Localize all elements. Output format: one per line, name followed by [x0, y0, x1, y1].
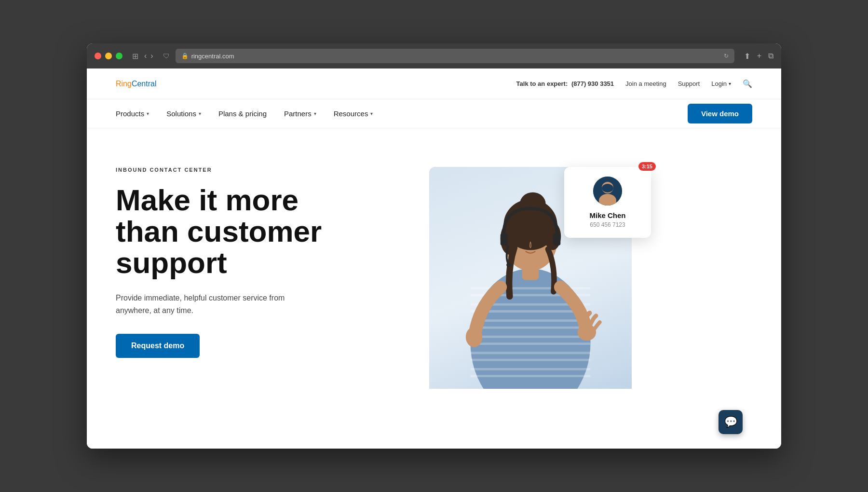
refresh-icon[interactable]: ↻	[724, 53, 729, 59]
svg-rect-23	[553, 233, 560, 246]
partners-chevron-icon: ▾	[314, 111, 316, 116]
nav-item-resources[interactable]: Resources ▾	[334, 109, 373, 118]
sidebar-icon[interactable]: ⊞	[132, 52, 138, 61]
top-bar: RingCentral Talk to an expert: (877) 930…	[87, 68, 781, 99]
lock-icon: 🔒	[181, 53, 189, 59]
call-timer: 3:15	[638, 162, 656, 171]
share-icon[interactable]: ⬆	[744, 52, 750, 61]
top-nav-right: Talk to an expert: (877) 930 3351 Join a…	[516, 79, 752, 88]
hero-subtext: Provide immediate, helpful customer serv…	[116, 292, 309, 316]
hero-eyebrow: INBOUND CONTACT CENTER	[116, 167, 347, 173]
nav-buttons: ‹ ›	[144, 52, 153, 60]
request-demo-button[interactable]: Request demo	[116, 334, 200, 358]
call-card: 3:15 Mike Chen 650 456 7123	[564, 167, 651, 238]
expert-contact: Talk to an expert: (877) 930 3351	[516, 80, 614, 87]
browser-window: ⊞ ‹ › 🛡 🔒 ringcentral.com ↻ ⬆ + ⧉ RingCe…	[87, 43, 781, 449]
hero-right: 3:15 Mike Chen 650 456 7123	[347, 157, 752, 449]
svg-point-21	[535, 237, 542, 243]
expert-phone[interactable]: (877) 930 3351	[571, 80, 614, 87]
resources-chevron-icon: ▾	[370, 111, 373, 116]
main-nav: Products ▾ Solutions ▾ Plans & pricing P…	[87, 99, 781, 128]
nav-item-products[interactable]: Products ▾	[116, 109, 149, 118]
traffic-lights	[95, 53, 122, 59]
svg-point-29	[602, 184, 613, 192]
tabs-icon[interactable]: ⧉	[768, 52, 773, 61]
browser-chrome: ⊞ ‹ › 🛡 🔒 ringcentral.com ↻ ⬆ + ⧉	[87, 43, 781, 68]
logo[interactable]: RingCentral	[116, 80, 156, 88]
address-bar[interactable]: 🔒 ringcentral.com ↻	[176, 49, 734, 63]
search-icon[interactable]: 🔍	[743, 79, 752, 88]
maximize-button[interactable]	[116, 53, 122, 59]
chat-icon: 💬	[724, 416, 737, 428]
chat-button[interactable]: 💬	[719, 410, 743, 434]
view-demo-button[interactable]: View demo	[688, 104, 752, 123]
svg-point-20	[518, 237, 526, 243]
svg-point-26	[578, 324, 596, 341]
hero-section: INBOUND CONTACT CENTER Make it more than…	[87, 128, 781, 449]
close-button[interactable]	[95, 53, 101, 59]
hero-heading: Make it more than customer support	[116, 184, 347, 278]
caller-name: Mike Chen	[574, 211, 641, 219]
back-button[interactable]: ‹	[144, 52, 147, 60]
logo-central: Central	[132, 80, 157, 88]
join-meeting-link[interactable]: Join a meeting	[625, 80, 666, 87]
svg-rect-12	[470, 368, 590, 370]
svg-rect-8	[470, 336, 590, 338]
logo-ring: Ring	[116, 80, 132, 88]
caller-avatar	[593, 177, 622, 205]
svg-rect-10	[470, 352, 590, 354]
solutions-chevron-icon: ▾	[199, 111, 201, 116]
svg-rect-6	[470, 319, 590, 322]
nav-item-plans[interactable]: Plans & pricing	[218, 109, 267, 118]
svg-rect-13	[470, 375, 590, 377]
hero-left: INBOUND CONTACT CENTER Make it more than…	[116, 157, 347, 449]
svg-rect-2	[470, 287, 590, 289]
support-link[interactable]: Support	[678, 80, 700, 87]
website: RingCentral Talk to an expert: (877) 930…	[87, 68, 781, 449]
login-link[interactable]: Login ▾	[711, 80, 731, 87]
svg-rect-11	[470, 359, 590, 361]
hero-image-container: 3:15 Mike Chen 650 456 7123	[429, 157, 670, 389]
new-tab-icon[interactable]: +	[757, 52, 761, 61]
svg-rect-22	[501, 233, 508, 246]
url-text: ringcentral.com	[191, 53, 234, 60]
main-nav-items: Products ▾ Solutions ▾ Plans & pricing P…	[116, 109, 373, 118]
svg-point-24	[506, 262, 511, 267]
products-chevron-icon: ▾	[147, 111, 149, 116]
login-chevron-icon: ▾	[729, 81, 731, 86]
nav-item-solutions[interactable]: Solutions ▾	[166, 109, 201, 118]
shield-icon: 🛡	[163, 52, 170, 60]
browser-actions: ⬆ + ⧉	[744, 52, 773, 61]
forward-button[interactable]: ›	[150, 52, 153, 60]
svg-rect-9	[470, 342, 590, 345]
svg-point-17	[520, 192, 546, 216]
caller-phone: 650 456 7123	[574, 221, 641, 228]
minimize-button[interactable]	[105, 53, 112, 59]
nav-item-partners[interactable]: Partners ▾	[284, 109, 316, 118]
svg-rect-7	[470, 327, 590, 329]
